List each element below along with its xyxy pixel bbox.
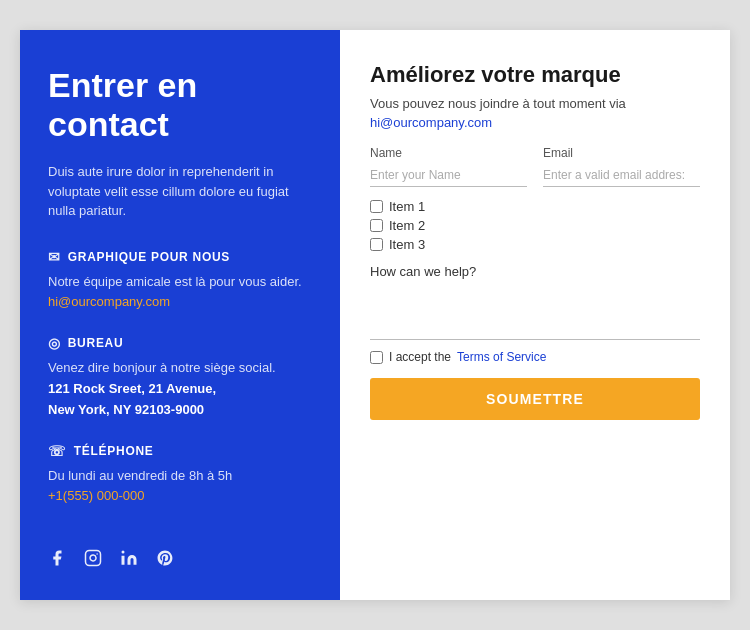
name-label: Name: [370, 146, 527, 160]
section-bureau: ◎ BUREAU Venez dire bonjour à notre sièg…: [48, 335, 312, 420]
left-description: Duis aute irure dolor in reprehenderit i…: [48, 162, 312, 221]
help-textarea[interactable]: [370, 285, 700, 340]
name-form-group: Name: [370, 146, 527, 187]
telephone-description: Du lundi au vendredi de 8h à 5h: [48, 468, 232, 483]
bureau-address2: New York, NY 92103-9000: [48, 402, 204, 417]
section-bureau-header: ◎ BUREAU: [48, 335, 312, 351]
section-telephone-body: Du lundi au vendredi de 8h à 5h +1(555) …: [48, 466, 312, 508]
checkbox-label-2: Item 2: [389, 218, 425, 233]
instagram-icon[interactable]: [84, 549, 102, 572]
name-input[interactable]: [370, 164, 527, 187]
checkbox-3[interactable]: [370, 238, 383, 251]
terms-checkbox[interactable]: [370, 351, 383, 364]
section-graphique-label: GRAPHIQUE POUR NOUS: [68, 250, 230, 264]
email-icon: ✉: [48, 249, 61, 265]
facebook-icon[interactable]: [48, 549, 66, 572]
graphique-email-link[interactable]: hi@ourcompany.com: [48, 294, 170, 309]
location-icon: ◎: [48, 335, 61, 351]
checkbox-group: Item 1 Item 2 Item 3: [370, 199, 700, 252]
telephone-phone-link[interactable]: +1(555) 000-000: [48, 488, 145, 503]
section-telephone-header: ☏ TÉLÉPHONE: [48, 443, 312, 459]
phone-icon: ☏: [48, 443, 67, 459]
section-telephone: ☏ TÉLÉPHONE Du lundi au vendredi de 8h à…: [48, 443, 312, 508]
right-panel: Améliorez votre marque Vous pouvez nous …: [340, 30, 730, 600]
terms-link[interactable]: Terms of Service: [457, 350, 546, 364]
terms-text: I accept the: [389, 350, 451, 364]
right-email-link[interactable]: hi@ourcompany.com: [370, 115, 700, 130]
svg-rect-0: [86, 551, 101, 566]
right-title: Améliorez votre marque: [370, 62, 700, 88]
checkbox-1[interactable]: [370, 200, 383, 213]
main-container: Entrer en contact Duis aute irure dolor …: [20, 30, 730, 600]
checkbox-item-3[interactable]: Item 3: [370, 237, 700, 252]
email-form-group: Email: [543, 146, 700, 187]
section-bureau-body: Venez dire bonjour à notre siège social.…: [48, 358, 312, 420]
checkbox-item-1[interactable]: Item 1: [370, 199, 700, 214]
section-bureau-label: BUREAU: [68, 336, 124, 350]
pinterest-icon[interactable]: [156, 549, 174, 572]
checkbox-item-2[interactable]: Item 2: [370, 218, 700, 233]
right-subtitle: Vous pouvez nous joindre à tout moment v…: [370, 96, 700, 111]
left-title: Entrer en contact: [48, 66, 312, 144]
checkbox-label-3: Item 3: [389, 237, 425, 252]
checkbox-2[interactable]: [370, 219, 383, 232]
email-label: Email: [543, 146, 700, 160]
form-name-email-row: Name Email: [370, 146, 700, 187]
section-graphique-header: ✉ GRAPHIQUE POUR NOUS: [48, 249, 312, 265]
bureau-address1: 121 Rock Sreet, 21 Avenue,: [48, 381, 216, 396]
social-row: [48, 549, 312, 572]
svg-rect-2: [122, 556, 125, 565]
checkbox-label-1: Item 1: [389, 199, 425, 214]
section-graphique: ✉ GRAPHIQUE POUR NOUS Notre équipe amica…: [48, 249, 312, 314]
terms-row: I accept the Terms of Service: [370, 350, 700, 364]
left-content: Entrer en contact Duis aute irure dolor …: [48, 66, 312, 531]
bureau-description: Venez dire bonjour à notre siège social.: [48, 360, 276, 375]
svg-point-3: [122, 551, 125, 554]
section-graphique-body: Notre équipe amicale est là pour vous ai…: [48, 272, 312, 314]
left-panel: Entrer en contact Duis aute irure dolor …: [20, 30, 340, 600]
help-label: How can we help?: [370, 264, 700, 279]
linkedin-icon[interactable]: [120, 549, 138, 572]
section-telephone-label: TÉLÉPHONE: [74, 444, 154, 458]
section-graphique-text: Notre équipe amicale est là pour vous ai…: [48, 274, 302, 289]
submit-button[interactable]: SOUMETTRE: [370, 378, 700, 420]
email-input[interactable]: [543, 164, 700, 187]
